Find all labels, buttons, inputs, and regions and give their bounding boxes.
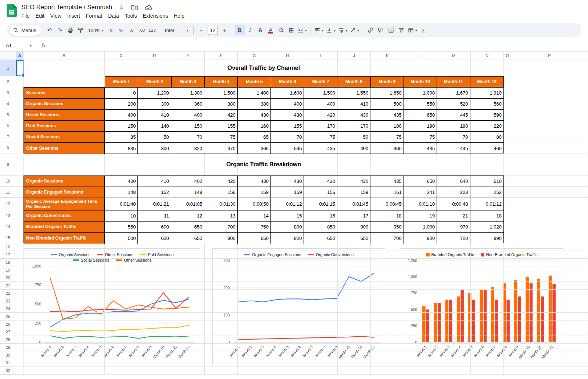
cell-B4[interactable]: Organic Sessions: [24, 99, 105, 110]
row-header-25[interactable]: 25: [0, 313, 16, 320]
increase-font-size-button[interactable]: +: [219, 25, 229, 35]
row-header-13[interactable]: 13: [0, 210, 16, 221]
cell-C8[interactable]: 835: [105, 143, 138, 154]
cell-E6[interactable]: 150: [171, 121, 204, 132]
cell-J3[interactable]: 1,550: [337, 88, 370, 99]
section-title-overall-traffic[interactable]: Overall Traffic by Channel: [24, 60, 504, 76]
italic-button[interactable]: I: [245, 25, 255, 35]
row-header-2[interactable]: 2: [0, 76, 16, 87]
cell-B13[interactable]: Organic Conversions: [24, 210, 105, 222]
cell-I7[interactable]: 75: [304, 132, 337, 143]
text-wrap-button[interactable]: ▾: [337, 25, 348, 35]
row-header-23[interactable]: 23: [0, 297, 16, 305]
row-header-7[interactable]: 7: [0, 131, 16, 142]
cell-C10[interactable]: 400: [105, 176, 138, 187]
cell-B15[interactable]: Non-Branded Organic Traffic: [24, 233, 105, 244]
cell-J13[interactable]: 17: [337, 210, 370, 222]
column-header-A[interactable]: A: [16, 52, 24, 60]
cell-H6[interactable]: 155: [271, 121, 304, 132]
cell-L14[interactable]: 1,000: [404, 222, 437, 233]
cell-J10[interactable]: 430: [337, 176, 370, 187]
cell-E12[interactable]: 0:01:05: [171, 198, 204, 210]
row-header-9[interactable]: 9: [0, 153, 16, 176]
cell-I12[interactable]: 0:01:15: [304, 198, 337, 210]
cell-M8[interactable]: 445: [437, 143, 470, 154]
row-header-24[interactable]: 24: [0, 305, 16, 313]
cell-D8[interactable]: 300: [138, 143, 171, 154]
row-header-12[interactable]: 12: [0, 198, 16, 210]
cell-G15[interactable]: 650: [238, 233, 271, 244]
cell-M11[interactable]: 223: [437, 187, 470, 198]
bold-button[interactable]: B: [235, 25, 245, 35]
cell-F12[interactable]: 0:01:30: [204, 198, 237, 210]
cell-B10[interactable]: Organic Sessions: [24, 176, 105, 187]
cell-F15[interactable]: 800: [204, 233, 237, 244]
cell-D12[interactable]: 0:01:21: [138, 198, 171, 210]
cell-J11[interactable]: 159: [337, 187, 370, 198]
cell-C5[interactable]: 400: [105, 110, 138, 121]
cell-L6[interactable]: 190: [404, 121, 437, 132]
cell-H3[interactable]: 1,600: [271, 88, 304, 99]
cell-G12[interactable]: 0:00:50: [238, 198, 271, 210]
cell-N6[interactable]: 220: [470, 121, 503, 132]
cell-J2[interactable]: Month 8: [337, 77, 370, 87]
cell-F11[interactable]: 156: [204, 187, 237, 198]
cell-L4[interactable]: 550: [404, 99, 437, 110]
cell-E4[interactable]: 360: [171, 99, 204, 110]
cell-M5[interactable]: 445: [437, 110, 470, 121]
cell-I3[interactable]: 1,500: [304, 88, 337, 99]
text-rotation-button[interactable]: ▾: [349, 25, 360, 35]
row-header-10[interactable]: 10: [0, 176, 16, 187]
cell-J4[interactable]: 410: [337, 99, 370, 110]
cell-K3[interactable]: 1,650: [370, 88, 404, 99]
cell-I4[interactable]: 400: [304, 99, 337, 110]
cell-E5[interactable]: 400: [171, 110, 204, 121]
row-header-17[interactable]: 17: [0, 251, 16, 259]
row-header-19[interactable]: 19: [0, 266, 16, 274]
cell-H7[interactable]: 70: [271, 132, 304, 143]
cell-B14[interactable]: Branded Organic Traffic: [24, 222, 105, 233]
cell-B5[interactable]: Direct Sessions: [24, 110, 105, 121]
cell-L12[interactable]: 0:01:10: [404, 198, 437, 210]
cell-E2[interactable]: Month 3: [172, 77, 205, 87]
row-header-28[interactable]: 28: [0, 336, 16, 344]
cell-G7[interactable]: 65: [238, 132, 271, 143]
cell-F6[interactable]: 155: [204, 121, 237, 132]
cell-N13[interactable]: 18: [470, 210, 503, 222]
cell-D6[interactable]: 140: [138, 121, 171, 132]
cell-H10[interactable]: 430: [271, 176, 304, 187]
cell-H12[interactable]: 0:01:12: [271, 198, 304, 210]
cell-N10[interactable]: 610: [470, 176, 503, 187]
cell-M13[interactable]: 21: [437, 210, 470, 222]
star-icon[interactable]: ☆: [119, 4, 124, 11]
cell-G3[interactable]: 1,400: [238, 88, 271, 99]
cell-I6[interactable]: 170: [304, 121, 337, 132]
cell-H15[interactable]: 800: [271, 233, 304, 244]
cell-C12[interactable]: 0:01:40: [105, 198, 138, 210]
column-header-C[interactable]: C: [105, 52, 138, 60]
vertical-align-button[interactable]: ▾: [325, 25, 337, 35]
cell-I5[interactable]: 420: [304, 110, 337, 121]
cell-J7[interactable]: 50: [337, 132, 370, 143]
cell-D4[interactable]: 300: [138, 99, 171, 110]
column-header-F[interactable]: F: [205, 52, 238, 60]
cell-K8[interactable]: 460: [370, 143, 404, 154]
cell-G6[interactable]: 160: [238, 121, 271, 132]
paint-format-button[interactable]: [76, 25, 86, 35]
zoom-select[interactable]: 100% ▾: [86, 25, 106, 35]
cell-H14[interactable]: 800: [271, 222, 304, 233]
merge-cells-button[interactable]: ▾: [297, 25, 308, 35]
cell-L13[interactable]: 19: [404, 210, 437, 222]
column-header-H[interactable]: H: [271, 52, 305, 60]
section-title-organic-breakdown[interactable]: Organic Traffic Breakdown: [24, 153, 504, 176]
cell-L3[interactable]: 1,900: [404, 88, 437, 99]
menu-extensions[interactable]: Extensions: [140, 12, 171, 20]
menus-search-button[interactable]: Menus: [10, 25, 42, 36]
cell-H13[interactable]: 15: [271, 210, 304, 222]
column-header-K[interactable]: K: [371, 52, 404, 60]
borders-button[interactable]: ⊞: [286, 25, 296, 35]
format-currency-button[interactable]: $: [106, 25, 116, 35]
increase-decimals-button[interactable]: .00: [137, 25, 147, 35]
cell-N15[interactable]: 890: [470, 233, 503, 244]
cell-J15[interactable]: 650: [337, 233, 370, 244]
